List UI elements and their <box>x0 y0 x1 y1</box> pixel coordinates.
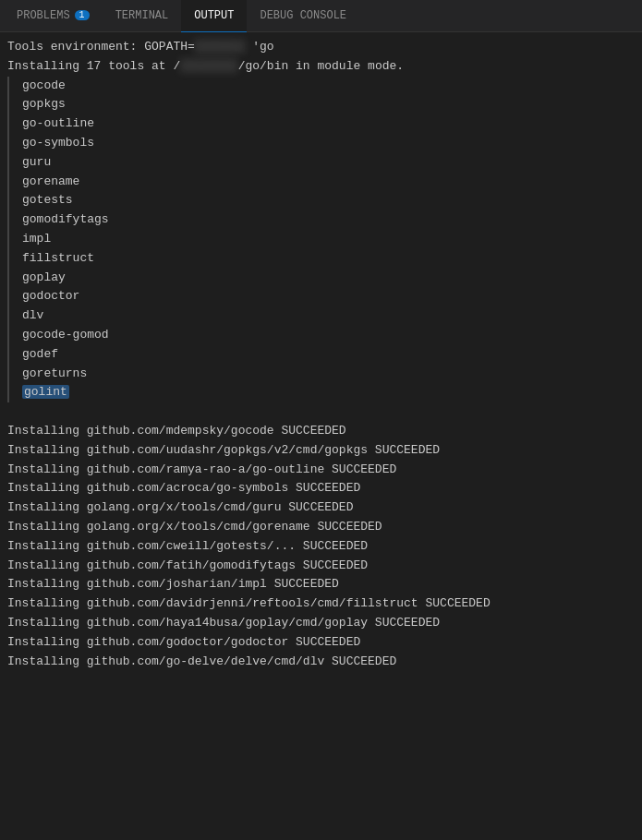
tab-problems[interactable]: PROBLEMS 1 <box>4 0 103 32</box>
result-gorename: Installing golang.org/x/tools/cmd/gorena… <box>7 518 635 537</box>
tab-terminal-label: TERMINAL <box>115 9 169 22</box>
tool-item-dlv: dlv <box>7 306 635 326</box>
tab-problems-label: PROBLEMS <box>17 9 70 22</box>
tab-debug-console-label: DEBUG CONSOLE <box>260 9 346 22</box>
tools-list: gocode gopkgs go-outline go-symbols guru… <box>7 77 635 403</box>
tool-item-godoctor: godoctor <box>7 287 635 306</box>
tool-item-fillstruct: fillstruct <box>7 249 635 269</box>
result-go-outline: Installing github.com/ramya-rao-a/go-out… <box>7 461 635 480</box>
tool-item-godef: godef <box>7 345 635 365</box>
result-gomodifytags: Installing github.com/fatih/gomodifytags… <box>7 557 635 576</box>
tool-item-gopkgs: gopkgs <box>7 95 635 114</box>
installing-header: Installing 17 tools at /░░░░░░░░/go/bin … <box>7 57 635 77</box>
tool-item-gomodifytags: gomodifytags <box>7 210 635 230</box>
tool-item-go-outline: go-outline <box>7 114 635 134</box>
blank-line <box>7 402 635 422</box>
tool-item-gotests: gotests <box>7 191 635 210</box>
env-line: Tools environment: GOPATH=░░░░░░░ 'go <box>7 38 635 57</box>
result-go-symbols: Installing github.com/acroca/go-symbols … <box>7 479 635 498</box>
tool-item-goplay: goplay <box>7 269 635 288</box>
tool-item-goreturns: goreturns <box>7 365 635 384</box>
result-dlv: Installing github.com/go-delve/delve/cmd… <box>7 653 635 672</box>
tab-debug-console[interactable]: DEBUG CONSOLE <box>247 0 359 32</box>
result-fillstruct: Installing github.com/davidrjenni/reftoo… <box>7 594 635 614</box>
result-godoctor: Installing github.com/godoctor/godoctor … <box>7 633 635 653</box>
tool-item-gorename: gorename <box>7 173 635 192</box>
result-goplay: Installing github.com/haya14busa/goplay/… <box>7 614 635 633</box>
tool-item-golint: golint <box>7 383 635 402</box>
tab-output-label: OUTPUT <box>194 9 234 22</box>
result-gopkgs: Installing github.com/uudashr/gopkgs/v2/… <box>7 441 635 461</box>
tab-bar: PROBLEMS 1 TERMINAL OUTPUT DEBUG CONSOLE <box>0 0 642 32</box>
tab-output[interactable]: OUTPUT <box>181 0 247 32</box>
output-panel: Tools environment: GOPATH=░░░░░░░ 'go In… <box>0 32 642 840</box>
tool-item-gocode: gocode <box>7 77 635 96</box>
result-guru: Installing golang.org/x/tools/cmd/guru S… <box>7 498 635 518</box>
result-impl: Installing github.com/josharian/impl SUC… <box>7 575 635 594</box>
tool-item-gocode-gomod: gocode-gomod <box>7 326 635 345</box>
result-gotests: Installing github.com/cweill/gotests/...… <box>7 537 635 557</box>
problems-badge: 1 <box>75 10 90 20</box>
tab-terminal[interactable]: TERMINAL <box>103 0 182 32</box>
tool-item-impl: impl <box>7 230 635 249</box>
tool-item-guru: guru <box>7 153 635 173</box>
result-gocode: Installing github.com/mdempsky/gocode SU… <box>7 422 635 441</box>
tool-item-go-symbols: go-symbols <box>7 134 635 153</box>
